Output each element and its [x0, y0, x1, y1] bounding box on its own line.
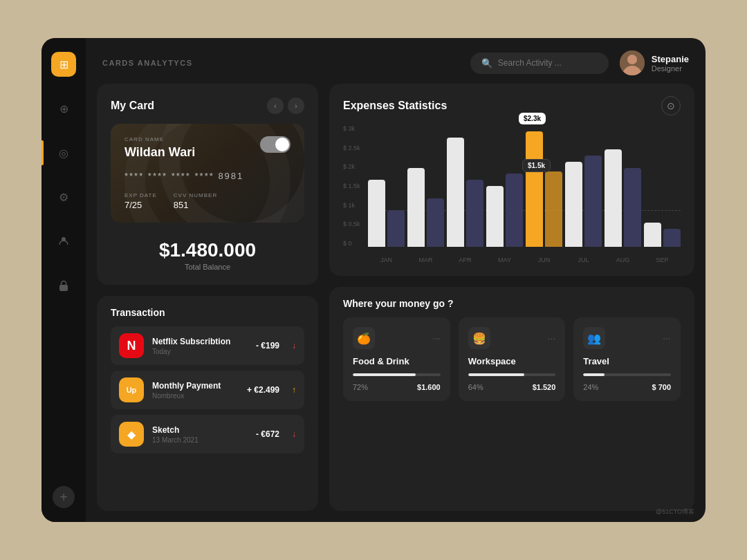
search-input[interactable] — [498, 58, 598, 68]
card-next-button[interactable]: › — [288, 97, 304, 114]
bar-jan-1 — [368, 180, 385, 247]
money-card-food[interactable]: 🍊 ··· Food & Drink 72% $1.600 — [343, 317, 450, 401]
balance-label: Total Balance — [111, 263, 304, 271]
card-exp-date: EXP DATE 7/25 — [124, 192, 157, 210]
chart-group-aug — [605, 125, 641, 247]
card-section: My Card ‹ › CARD NAME Wildan Wari **** *… — [97, 84, 318, 285]
chart-group-jun: $2.3k $1.5k — [526, 125, 562, 247]
card-holder-name: Wildan Wari — [124, 145, 290, 160]
money-card-workspace-header: 🍔 ··· — [468, 327, 556, 349]
tx-arrow-netflix: ↓ — [292, 341, 296, 351]
chart-area: $ 3k $ 2.5k $ 2k $ 1.5k $ 1k $ 0.5k $ 0 — [343, 125, 681, 263]
card-number: **** **** **** **** 8981 — [124, 171, 290, 181]
x-label-aug: AUG — [605, 256, 641, 263]
chart-group-may — [486, 125, 523, 247]
chart-bars-area: $2.3k $1.5k — [368, 125, 681, 247]
tx-name-netflix: Netflix Subscribtion — [152, 337, 248, 346]
workspace-icon: 🍔 — [468, 327, 490, 349]
cvv-label: CVV NUMBER — [174, 192, 217, 198]
chart-group-sep — [644, 125, 681, 247]
tx-arrow-monthly: ↑ — [292, 385, 296, 395]
travel-progress-bar — [583, 373, 671, 376]
travel-menu-icon[interactable]: ··· — [663, 333, 671, 344]
money-card-travel-header: 👥 ··· — [583, 327, 671, 349]
sidebar-item-settings[interactable]: ⚙ — [51, 185, 76, 209]
food-menu-icon[interactable]: ··· — [432, 333, 441, 344]
bar-jun-1 — [526, 131, 543, 247]
bar-jul-1 — [565, 162, 582, 247]
header-right: 🔍 Stepanie Designer — [470, 50, 689, 75]
money-card-travel[interactable]: 👥 ··· Travel 24% $ 700 — [573, 317, 681, 401]
y-label-1k: $ 1k — [343, 202, 365, 209]
active-indicator — [42, 140, 44, 165]
travel-amount: $ 700 — [652, 383, 671, 391]
bar-aug-1 — [605, 149, 622, 247]
workspace-percent: 64% — [468, 383, 483, 391]
tx-details-sketch: Sketch 13 March 2021 — [152, 425, 248, 444]
balance-amount: $1.480.000 — [111, 239, 304, 261]
tx-arrow-sketch: ↓ — [292, 429, 296, 439]
workspace-menu-icon[interactable]: ··· — [548, 333, 556, 344]
sidebar-item-lock[interactable] — [51, 273, 76, 298]
food-percent: 72% — [353, 383, 368, 391]
workspace-progress-fill — [468, 373, 524, 376]
netflix-icon: N — [119, 333, 144, 358]
tx-date-sketch: 13 March 2021 — [152, 436, 248, 444]
travel-percent: 24% — [583, 383, 598, 391]
x-label-jan: JAN — [368, 256, 405, 263]
user-details: Stepanie Designer — [652, 54, 689, 73]
card-prev-button[interactable]: ‹ — [267, 97, 284, 114]
svg-rect-1 — [59, 285, 68, 291]
app-title: CARDS ANALYTYCS — [102, 59, 192, 67]
sidebar-item-user[interactable] — [51, 229, 76, 254]
avatar — [620, 50, 645, 75]
transaction-title: Transaction — [111, 307, 304, 318]
content-area: My Card ‹ › CARD NAME Wildan Wari **** *… — [86, 84, 706, 522]
chart-group-jul — [565, 125, 602, 247]
card-footer: EXP DATE 7/25 CVV NUMBER 851 — [124, 192, 290, 210]
transaction-section: Transaction N Netflix Subscribtion Today… — [97, 296, 318, 511]
bar-jun-2 — [545, 171, 562, 247]
transaction-item-monthly[interactable]: Up Monthly Payment Nombreux + €2.499 ↑ — [111, 371, 304, 409]
tx-amount-monthly: + €2.499 — [247, 385, 279, 395]
food-icon: 🍊 — [353, 327, 375, 349]
sidebar-item-globe[interactable]: ⊕ — [51, 96, 76, 121]
chart-menu-button[interactable]: ⊙ — [661, 96, 681, 115]
bar-may-2 — [506, 174, 523, 247]
chart-y-labels: $ 3k $ 2.5k $ 2k $ 1.5k $ 1k $ 0.5k $ 0 — [343, 125, 365, 247]
sidebar-item-home[interactable]: ⊞ — [51, 52, 76, 77]
search-bar[interactable]: 🔍 — [470, 53, 609, 74]
food-progress-fill — [353, 373, 416, 376]
bar-sep-2 — [663, 229, 681, 247]
food-amount: $1.600 — [417, 383, 441, 391]
user-info: Stepanie Designer — [620, 50, 689, 75]
money-card-workspace[interactable]: 🍔 ··· Workspace 64% $1.520 — [459, 317, 566, 401]
tx-amount-netflix: - €199 — [256, 341, 279, 351]
svg-point-3 — [627, 55, 637, 64]
main-content: CARDS ANALYTYCS 🔍 Stepanie — [86, 38, 706, 522]
bar-may-1 — [486, 186, 504, 247]
chart-section: Expenses Statistics ⊙ $ 3k $ 2.5k $ 2k $… — [329, 84, 694, 276]
left-panel: My Card ‹ › CARD NAME Wildan Wari **** *… — [97, 84, 318, 511]
tx-name-monthly: Monthly Payment — [152, 381, 239, 391]
chart-x-labels: JAN MAR APR MAY JUN JUL AUG SEP — [368, 256, 681, 263]
user-name: Stepanie — [652, 54, 689, 64]
sidebar-item-chart[interactable]: ◎ — [51, 140, 76, 165]
bar-jan-2 — [387, 210, 405, 247]
transaction-item[interactable]: N Netflix Subscribtion Today - €199 ↓ — [111, 326, 304, 365]
x-label-may: MAY — [486, 256, 523, 263]
travel-card-footer: 24% $ 700 — [583, 383, 671, 391]
workspace-amount: $1.520 — [533, 383, 556, 391]
x-label-mar: MAR — [407, 256, 444, 263]
card-cvv: CVV NUMBER 851 — [174, 192, 217, 210]
tx-amount-sketch: - €672 — [256, 429, 279, 439]
sidebar-item-add[interactable]: + — [53, 486, 75, 508]
transaction-item-sketch[interactable]: ◆ Sketch 13 March 2021 - €672 ↓ — [111, 415, 304, 454]
bar-sep-1 — [644, 223, 661, 247]
tx-name-sketch: Sketch — [152, 425, 248, 435]
y-label-0: $ 0 — [343, 240, 365, 247]
workspace-progress-bar — [468, 373, 556, 376]
card-toggle[interactable] — [260, 136, 290, 153]
tx-date-netflix: Today — [152, 348, 248, 355]
workspace-card-name: Workspace — [468, 356, 556, 366]
